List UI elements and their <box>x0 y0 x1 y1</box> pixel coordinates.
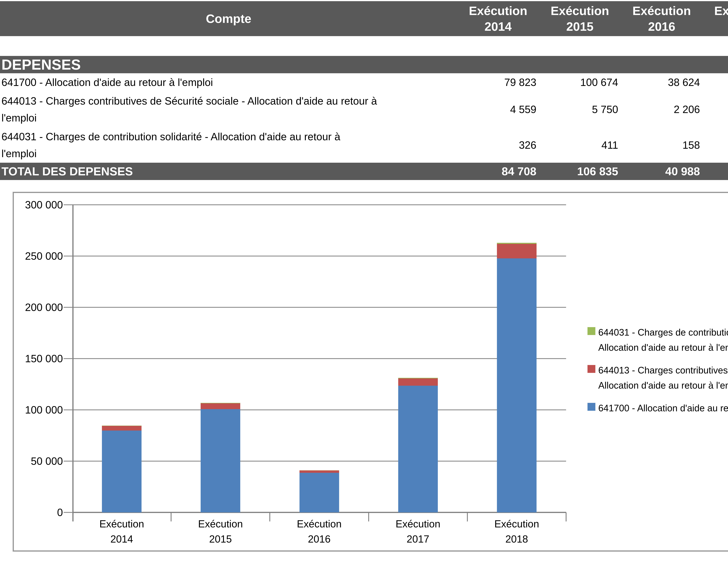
report-page: Compte Exécution 2014 Exécution 2015 Exé… <box>0 0 728 566</box>
column-header-execution-2015: Exécution 2015 <box>539 1 621 36</box>
value-2014: 326 <box>457 139 539 151</box>
value-2016: 2 206 <box>621 103 703 115</box>
y-tick-mark <box>64 204 72 205</box>
legend-label: 644031 - Charges de contribution solidar… <box>598 325 728 355</box>
legend-swatch-icon <box>587 403 595 411</box>
y-axis-tick-label: 250 000 <box>19 248 63 263</box>
x-tick-mark <box>566 512 567 521</box>
column-header-compte: Compte <box>0 1 457 36</box>
budget-table: Compte Exécution 2014 Exécution 2015 Exé… <box>0 0 728 180</box>
y-tick-mark <box>64 410 72 410</box>
table-spacer <box>0 36 728 56</box>
bar-segment-641700-Exécution-2015 <box>201 409 240 512</box>
y-tick-mark <box>64 358 72 359</box>
table-row-644013: 644013 - Charges contributives de Sécuri… <box>0 91 728 127</box>
y-gridline <box>72 255 566 256</box>
table-row-641700: 641700 - Allocation d'aide au retour à l… <box>0 73 728 91</box>
account-label: 641700 - Allocation d'aide au retour à l… <box>0 74 457 91</box>
y-gridline <box>72 358 566 359</box>
bar-segment-641700-Exécution-2016 <box>299 473 339 512</box>
total-2015: 106 835 <box>539 165 621 178</box>
value-2017: 123 644 <box>703 76 728 88</box>
account-label: 644013 - Charges contributives de Sécuri… <box>0 92 457 126</box>
column-header-execution-2017: Exécution 2017 <box>703 1 728 36</box>
value-2015: 5 750 <box>539 103 621 115</box>
table-row-644031: 644031 - Charges de contribution solidar… <box>0 127 728 163</box>
bar-segment-641700-Exécution-2017 <box>398 386 438 512</box>
legend-entry: 644013 - Charges contributives de Sécuri… <box>587 363 728 393</box>
y-tick-mark <box>64 512 72 513</box>
value-2017: 7 063 <box>703 103 728 115</box>
chart-legend: 644031 - Charges de contribution solidar… <box>587 325 728 423</box>
legend-label: 644013 - Charges contributives de Sécuri… <box>598 363 728 393</box>
bar-segment-644013-Exécution-2015 <box>201 403 240 409</box>
bar-segment-641700-Exécution-2018 <box>497 258 537 512</box>
column-header-execution-2014: Exécution 2014 <box>457 1 539 36</box>
legend-swatch-icon <box>587 365 595 373</box>
table-header-row: Compte Exécution 2014 Exécution 2015 Exé… <box>0 1 728 36</box>
y-tick-mark <box>64 255 72 256</box>
bar-segment-644031-Exécution-2014 <box>102 426 142 426</box>
total-2016: 40 988 <box>621 165 703 178</box>
x-axis-tick-label: Exécution 2018 <box>473 516 560 547</box>
x-axis-tick-label: Exécution 2016 <box>276 516 363 547</box>
stacked-bar-chart: 644031 - Charges de contribution solidar… <box>13 192 728 552</box>
value-2014: 4 559 <box>457 103 539 115</box>
value-2016: 38 624 <box>621 76 703 88</box>
value-2015: 411 <box>539 139 621 151</box>
y-gridline <box>72 204 566 205</box>
x-axis-tick-label: Exécution 2017 <box>374 516 462 547</box>
x-tick-mark <box>368 512 369 521</box>
x-axis-tick-label: Exécution 2015 <box>177 516 264 547</box>
total-2014: 84 708 <box>457 165 539 178</box>
legend-swatch-icon <box>587 327 595 335</box>
total-label: TOTAL DES DEPENSES <box>0 165 457 178</box>
x-axis-tick-label: Exécution 2014 <box>78 516 165 547</box>
value-2014: 79 823 <box>457 76 539 88</box>
y-axis-tick-label: 100 000 <box>19 402 63 418</box>
bar-segment-644031-Exécution-2015 <box>201 403 240 403</box>
y-gridline <box>72 307 566 308</box>
bar-segment-644031-Exécution-2018 <box>497 243 537 244</box>
legend-label: 641700 - Allocation d'aide au retour à l… <box>598 401 728 416</box>
column-header-execution-2016: Exécution 2016 <box>621 1 703 36</box>
x-tick-mark <box>467 512 468 521</box>
y-axis-tick-label: 50 000 <box>19 454 63 469</box>
bar-segment-644013-Exécution-2018 <box>497 244 537 258</box>
y-axis-tick-label: 200 000 <box>19 300 63 315</box>
total-2017: 131 211 <box>703 165 728 178</box>
value-2017: 504 <box>703 139 728 151</box>
y-tick-mark <box>64 307 72 308</box>
bar-segment-644013-Exécution-2017 <box>398 379 438 386</box>
value-2016: 158 <box>621 139 703 151</box>
y-axis-tick-label: 300 000 <box>19 197 63 212</box>
bar-segment-644031-Exécution-2017 <box>398 378 438 379</box>
account-label: 644031 - Charges de contribution solidar… <box>0 128 457 162</box>
legend-entry: 644031 - Charges de contribution solidar… <box>587 325 728 355</box>
y-axis-tick-label: 0 <box>19 505 63 520</box>
bar-segment-644013-Exécution-2014 <box>102 426 142 431</box>
y-gridline <box>72 410 566 410</box>
bar-segment-644031-Exécution-2016 <box>299 470 339 471</box>
value-2015: 100 674 <box>539 76 621 88</box>
bar-segment-644013-Exécution-2016 <box>299 471 339 473</box>
table-row-total: TOTAL DES DEPENSES 84 708 106 835 40 988… <box>0 163 728 180</box>
y-gridline <box>72 461 566 462</box>
y-axis-tick-label: 150 000 <box>19 351 63 366</box>
x-tick-mark <box>269 512 270 521</box>
x-tick-mark <box>171 512 172 521</box>
y-axis-line <box>72 205 74 521</box>
section-header-depenses: DEPENSES <box>0 56 728 73</box>
y-tick-mark <box>64 461 72 462</box>
bar-segment-641700-Exécution-2014 <box>102 431 142 512</box>
legend-entry: 641700 - Allocation d'aide au retour à l… <box>587 401 728 416</box>
